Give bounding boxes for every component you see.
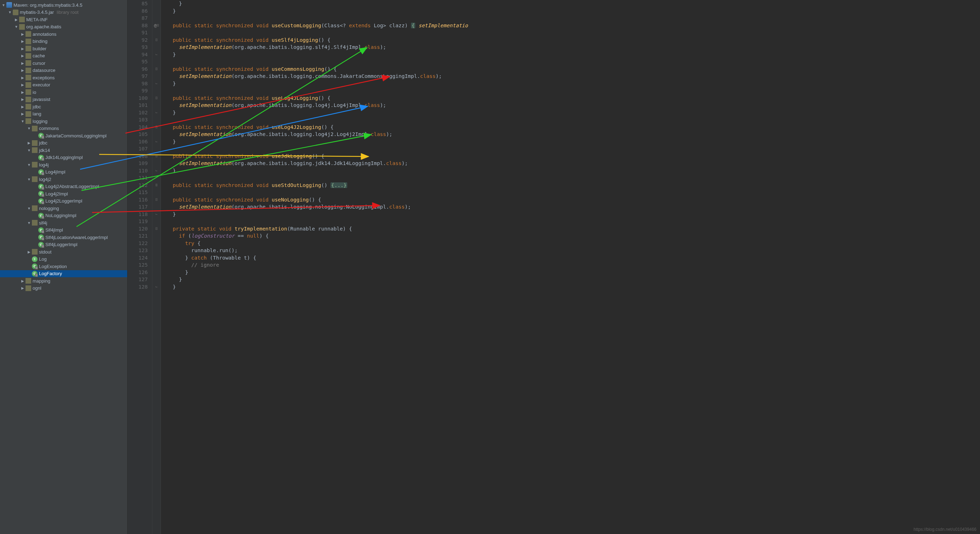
code-line[interactable]: } catch (Throwable t) { — [167, 254, 980, 262]
code-line[interactable] — [167, 116, 980, 124]
tree-pkg-binding[interactable]: ▶binding — [0, 38, 127, 45]
tree-pkg-nologging[interactable]: ▼nologging — [0, 205, 127, 212]
gutter-mark[interactable]: ⊟ — [152, 124, 161, 131]
line-number[interactable]: 116 — [127, 196, 148, 203]
code-line[interactable]: setImplementation(org.apache.ibatis.logg… — [167, 102, 980, 109]
tree-pkg-jdk14[interactable]: ▼jdk14 — [0, 146, 127, 154]
tree-pkg-builder[interactable]: ▶builder — [0, 45, 127, 52]
line-number[interactable]: 115 — [127, 189, 148, 196]
tree-root[interactable]: ▼Maven: org.mybatis:mybatis:3.4.5 — [0, 2, 127, 9]
chevron-right-icon[interactable]: ▶ — [21, 68, 25, 72]
tree-class-Log4j2AbstractLoggerImpl[interactable]: ▶CLog4j2AbstractLoggerImpl — [0, 183, 127, 191]
tree-class-Log4j2LoggerImpl[interactable]: ▶CLog4j2LoggerImpl — [0, 198, 127, 205]
line-number[interactable]: 108 — [127, 153, 148, 160]
tree-pkg-logging-jdbc[interactable]: ▶jdbc — [0, 140, 127, 147]
chevron-down-icon[interactable]: ▼ — [27, 177, 31, 181]
code-line[interactable]: try { — [167, 240, 980, 247]
chevron-right-icon[interactable]: ▶ — [21, 39, 25, 43]
tree-pkg-annotations[interactable]: ▶annotations — [0, 30, 127, 38]
code-line[interactable]: public static synchronized void useSlf4j… — [167, 37, 980, 44]
chevron-right-icon[interactable]: ▶ — [21, 76, 25, 79]
tree-pkg-cursor[interactable]: ▶cursor — [0, 59, 127, 67]
line-number[interactable]: 105 — [127, 131, 148, 138]
chevron-down-icon[interactable]: ▼ — [27, 207, 31, 210]
gutter-mark[interactable] — [152, 269, 161, 276]
tree-class-Log4jImpl[interactable]: ▶CLog4jImpl — [0, 168, 127, 176]
line-number[interactable]: 100 — [127, 95, 148, 102]
line-number[interactable]: 101 — [127, 102, 148, 109]
line-number[interactable]: 103 — [127, 116, 148, 124]
line-number[interactable]: 86 — [127, 8, 148, 15]
line-number[interactable]: 118 — [127, 211, 148, 218]
gutter-mark[interactable] — [152, 0, 161, 8]
code-line[interactable]: setImplementation(org.apache.ibatis.logg… — [167, 160, 980, 167]
code-line[interactable] — [167, 29, 980, 37]
code-editor[interactable]: 8586878891929394959697989910010110210310… — [127, 0, 980, 534]
line-number[interactable]: 120 — [127, 225, 148, 233]
tree-pkg-commons[interactable]: ▼commons — [0, 125, 127, 132]
tree-file-LogException[interactable]: ▶CLogException — [0, 263, 127, 270]
code-line[interactable]: } — [167, 138, 980, 146]
line-number[interactable]: 96 — [127, 65, 148, 73]
line-number[interactable]: 102 — [127, 109, 148, 116]
code-line[interactable] — [167, 87, 980, 95]
line-number[interactable]: 99 — [127, 87, 148, 95]
code-line[interactable]: setImplementation(org.apache.ibatis.logg… — [167, 44, 980, 51]
chevron-right-icon[interactable]: ▶ — [21, 112, 25, 116]
fold-end-icon[interactable]: ⌙ — [155, 49, 158, 59]
code-line[interactable]: runnable.run(); — [167, 247, 980, 254]
tree-file-LogFactory[interactable]: ▶CLogFactory — [0, 270, 127, 278]
line-number-gutter[interactable]: 8586878891929394959697989910010110210310… — [127, 0, 152, 534]
fold-end-icon[interactable]: ⌙ — [155, 209, 158, 219]
tree-metainf[interactable]: ▶META-INF — [0, 16, 127, 23]
tree-pkg-datasource[interactable]: ▶datasource — [0, 67, 127, 75]
code-line[interactable]: setImplementation(org.apache.ibatis.logg… — [167, 203, 980, 211]
line-number[interactable]: 126 — [127, 269, 148, 276]
chevron-right-icon[interactable]: ▶ — [21, 54, 25, 58]
line-number[interactable]: 87 — [127, 14, 148, 22]
tree-class-JakartaCommonsLoggingImpl[interactable]: ▶CJakartaCommonsLoggingImpl — [0, 132, 127, 140]
chevron-right-icon[interactable]: ▶ — [21, 47, 25, 51]
line-number[interactable]: 104 — [127, 124, 148, 131]
code-line[interactable] — [167, 174, 980, 182]
fold-end-icon[interactable]: ⌙ — [155, 136, 158, 146]
code-line[interactable]: } — [167, 167, 980, 175]
gutter-mark[interactable]: ⊟ — [152, 196, 161, 203]
tree-class-Log4j2Impl[interactable]: ▶CLog4j2Impl — [0, 190, 127, 198]
code-line[interactable]: public static synchronized void useCusto… — [167, 22, 980, 29]
tree-pkg-cache[interactable]: ▶cache — [0, 52, 127, 60]
chevron-down-icon[interactable]: ▼ — [14, 25, 18, 29]
chevron-right-icon[interactable]: ▶ — [21, 90, 25, 94]
gutter-mark[interactable]: ⌙ — [152, 167, 161, 175]
fold-collapse-icon[interactable]: ⊟ — [155, 64, 158, 74]
tree-pkg-lang[interactable]: ▶lang — [0, 110, 127, 118]
fold-gutter[interactable]: @⊞⊟⌙⊟⌙⊟⌙⊟⌙⊟⌙⊞⊟⌙⊟⌙ — [152, 0, 161, 534]
fold-collapse-icon[interactable]: ⊟ — [155, 93, 158, 103]
tree-pkg-stdout[interactable]: ▶stdout — [0, 248, 127, 256]
line-number[interactable]: 111 — [127, 174, 148, 182]
chevron-right-icon[interactable]: ▶ — [21, 105, 25, 109]
line-number[interactable]: 109 — [127, 160, 148, 167]
line-number[interactable]: 98 — [127, 80, 148, 87]
code-line[interactable] — [167, 189, 980, 196]
line-number[interactable]: 88 — [127, 22, 148, 29]
code-line[interactable]: } — [167, 51, 980, 59]
line-number[interactable]: 124 — [127, 254, 148, 262]
line-number[interactable]: 127 — [127, 276, 148, 283]
tree-pkg-ognl[interactable]: ▶ognl — [0, 285, 127, 292]
line-number[interactable]: 85 — [127, 0, 148, 8]
code-line[interactable] — [167, 58, 980, 65]
fold-expand-icon[interactable]: ⊞ — [157, 20, 159, 30]
line-number[interactable]: 95 — [127, 58, 148, 65]
tree-pkg-io[interactable]: ▶io — [0, 89, 127, 96]
fold-collapse-icon[interactable]: ⊟ — [155, 223, 158, 234]
fold-collapse-icon[interactable]: ⊟ — [155, 194, 158, 205]
line-number[interactable]: 125 — [127, 261, 148, 269]
gutter-mark[interactable]: ⊞ — [152, 182, 161, 189]
tree-pkg-logging[interactable]: ▼logging — [0, 118, 127, 125]
code-line[interactable]: } — [167, 8, 980, 15]
gutter-mark[interactable] — [152, 254, 161, 262]
chevron-right-icon[interactable]: ▶ — [21, 83, 25, 87]
code-line[interactable] — [167, 218, 980, 225]
chevron-right-icon[interactable]: ▶ — [21, 61, 25, 65]
